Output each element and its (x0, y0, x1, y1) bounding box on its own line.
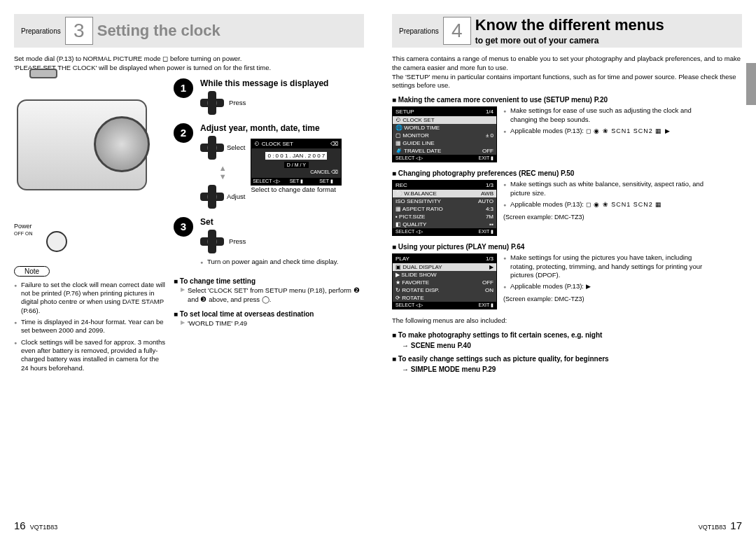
rec-heading: Changing photography preferences (REC me… (392, 169, 742, 177)
setup-bullet: Applicable modes (P.13): ◻ ◉ ❀ SCN1 SCN2… (503, 127, 713, 136)
page-title: Know the different menus (475, 16, 664, 34)
play-bullet: Applicable modes (P.13): ▶ (503, 282, 713, 291)
note-item: Clock settings will be saved for approx.… (14, 338, 168, 372)
setup-heading: Making the camera more convenient to use… (392, 96, 742, 104)
step-badge-3: 3 (174, 217, 193, 237)
step-3: 3 Set Press Turn on power again and chec… (174, 217, 364, 269)
note-pill: Note (14, 266, 50, 277)
play-bullet: Make settings for using the pictures you… (503, 253, 713, 279)
page-17: Preparations 4 Know the different menus … (378, 0, 756, 537)
rec-bullet: Applicable modes (P.13): ◻ ◉ ❀ SCN1 SCN2… (503, 200, 713, 209)
mode-icons: ◻ ◉ ❀ SCN1 SCN2 ▦ (586, 201, 663, 208)
simple-link: → SIMPLE MODE menu P.29 (402, 365, 742, 373)
camera-body-icon (17, 99, 147, 190)
manual-spread: Preparations 3 Setting the clock Set mod… (0, 0, 756, 537)
step-badge-1: 1 (174, 78, 193, 98)
page-number: 16 (14, 519, 26, 531)
screen-example: (Screen example: DMC-TZ3) (503, 214, 713, 221)
note-item: Time is displayed in 24-hour format. Yea… (14, 318, 168, 335)
simple-heading: To easily change settings such as pictur… (392, 355, 742, 363)
steps-column: 1 While this message is displayed Press … (174, 78, 364, 375)
mode-dial-icon (29, 69, 57, 78)
page-16: Preparations 3 Setting the clock Set mod… (0, 0, 378, 537)
overseas-text: 'WORLD TIME' P.49 (181, 319, 364, 328)
mode-icons: ▶ (586, 283, 592, 290)
dpad-icon (200, 185, 224, 209)
step-1: 1 While this message is displayed Press (174, 78, 364, 115)
camera-illustration: Power OFF ON (14, 78, 168, 218)
page-subtitle: to get more out of your camera (475, 36, 664, 46)
step3-title: Set (200, 217, 364, 227)
step1-title: While this message is displayed (200, 78, 364, 88)
play-heading: Using your pictures (PLAY menu) P.64 (392, 243, 742, 251)
clock-set-screen: ⏲ CLOCK SET⌫ 0 : 0 0 1 . JAN . 2 0 0 7 D… (251, 139, 342, 186)
step-badge-2: 2 (174, 123, 193, 143)
footer-right: VQT1B83 17 (699, 519, 742, 531)
doc-code: VQT1B83 (30, 524, 58, 531)
screen-example: (Screen example: DMC-TZ3) (503, 295, 713, 302)
play-menu-section: Using your pictures (PLAY menu) P.64 PLA… (392, 243, 742, 309)
doc-code: VQT1B83 (699, 524, 727, 531)
power-label: Power OFF ON (14, 223, 32, 237)
chapter-number-3: 3 (65, 17, 93, 45)
step2-title: Adjust year, month, date, time (200, 123, 364, 133)
setup-bullet: Make settings for ease of use such as ad… (503, 106, 713, 124)
press-label: Press (229, 99, 246, 106)
also-included: The following menus are also included: (392, 316, 742, 326)
step-2: 2 Adjust year, month, date, time Select … (174, 123, 364, 209)
change-time-text: Select 'CLOCK SET' from SETUP menu (P.18… (181, 286, 364, 305)
rec-lcd: REC1/3 ⚪ W.BALANCEAWB ISO SENSITIVITYAUT… (392, 180, 497, 236)
footer-left: 16 VQT1B83 (14, 519, 57, 531)
updown-arrows-icon: ▲▼ (200, 164, 245, 181)
exit-icon: ⌫ (330, 141, 338, 147)
dpad-icon (200, 91, 224, 115)
scene-link: → SCENE menu P.40 (402, 342, 742, 349)
page17-intro: This camera contains a range of menus to… (392, 55, 742, 90)
notes-list: Failure to set the clock will mean corre… (14, 281, 168, 372)
note-item: Failure to set the clock will mean corre… (14, 281, 168, 315)
thumb-tab (746, 63, 756, 105)
page-title: Setting the clock (97, 22, 220, 40)
mode-icons: ◻ ◉ ❀ SCN1 SCN2 ▦ ▶ (586, 127, 671, 134)
prep-label: Preparations (399, 27, 439, 35)
page17-header: Preparations 4 Know the different menus … (392, 14, 742, 48)
setup-menu-section: Making the camera more convenient to use… (392, 96, 742, 162)
change-time-heading: To change time setting (174, 277, 364, 285)
dpad-icon (200, 136, 224, 160)
date-format-hint: Select to change date format (251, 186, 342, 193)
overseas-heading: To set local time at overseas destinatio… (174, 310, 364, 318)
camera-column: Power OFF ON Note Failure to set the clo… (14, 78, 168, 375)
step3-note: Turn on power again and check time displ… (200, 258, 364, 266)
prep-label: Preparations (21, 27, 61, 35)
scene-heading: To make photography settings to fit cert… (392, 331, 742, 339)
page16-content: Power OFF ON Note Failure to set the clo… (14, 78, 364, 375)
page-number: 17 (730, 519, 742, 531)
chapter-number-4: 4 (443, 17, 471, 45)
dpad-icon (200, 230, 224, 253)
setup-lcd: SETUP1/4 ⏲ CLOCK SET 🌐 WORLD TIME ▢ MONI… (392, 106, 497, 162)
rec-bullet: Make settings such as white balance, sen… (503, 180, 713, 197)
dmy-tag: D / M / Y (284, 162, 309, 168)
play-lcd: PLAY1/3 ▣ DUAL DISPLAY▶ ▶ SLIDE SHOW ★ F… (392, 253, 497, 309)
page16-header: Preparations 3 Setting the clock (14, 14, 364, 48)
power-switch-icon (46, 231, 67, 252)
rec-menu-section: Changing photography preferences (REC me… (392, 169, 742, 236)
camera-lens-icon (94, 116, 150, 172)
intro-text: Set mode dial (P.13) to NORMAL PICTURE m… (14, 55, 364, 73)
